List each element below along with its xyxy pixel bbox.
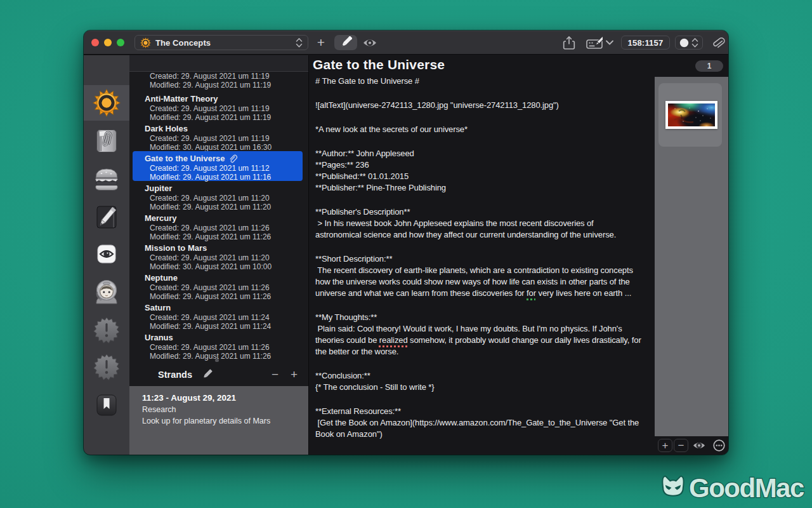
editor-paragraph: **Publisher's Description** > In his new… xyxy=(315,206,655,241)
preview-button[interactable] xyxy=(362,35,378,50)
sheet-created: Created: 29. August 2021 um 11:24 xyxy=(145,313,302,322)
sheet-row-gate-to-the-universe[interactable]: Gate to the UniverseCreated: 29. August … xyxy=(133,151,303,181)
sidebar-item-seal-exclamation-1[interactable] xyxy=(84,312,129,348)
markup-dropdown-button[interactable] xyxy=(605,35,614,50)
editor-line: theories could be realized somehow, it p… xyxy=(315,335,655,346)
zoom-in-button[interactable]: + xyxy=(658,439,672,452)
editor-line: astronomical science and how they affect… xyxy=(315,229,655,241)
sheet-row-mercury[interactable]: MercuryCreated: 29. August 2021 um 11:26… xyxy=(129,211,308,241)
editor-paragraph: **External Resources:** [Get the Book on… xyxy=(315,406,655,440)
editor-line: **Published:** 01.01.2015 xyxy=(315,171,655,182)
sidebar-item-journal-pencil[interactable] xyxy=(84,199,129,235)
sheet-created: Created: 29. August 2021 um 11:20 xyxy=(145,253,302,262)
sheet-created: Created: 29. August 2021 um 11:20 xyxy=(145,194,302,203)
sheet-modified: Modified: 30. August 2021 um 10:00 xyxy=(145,262,302,271)
sheet-title: Mission to Mars xyxy=(145,243,302,253)
zoom-out-button[interactable]: − xyxy=(674,439,688,452)
editor-paragraph: **My Thoughts:** Plain said: Cool theory… xyxy=(315,312,655,358)
attachment-thumbnail[interactable] xyxy=(665,101,717,129)
markup-keyboard-icon xyxy=(586,36,603,49)
group-selector-dropdown[interactable]: The Concepts xyxy=(134,35,308,50)
editor-line: Plain said: Cool theory! Would it work, … xyxy=(315,323,655,335)
editor-paragraph: **Conclusion:**{* The conclusion - Still… xyxy=(315,370,655,393)
traffic-light-zoom[interactable] xyxy=(117,39,124,46)
chevron-updown-icon xyxy=(296,37,303,48)
sheet-row-neptune[interactable]: NeptuneCreated: 29. August 2021 um 11:26… xyxy=(129,271,308,300)
sheet-title: Jupiter xyxy=(145,184,302,194)
app-window: The Concepts + 158:1157 xyxy=(84,30,728,455)
editor-body[interactable]: # The Gate to the Universe #![altText](u… xyxy=(315,76,655,453)
more-options-button[interactable] xyxy=(713,439,725,451)
sidebar-item-burger[interactable] xyxy=(84,162,129,197)
markup-button[interactable] xyxy=(585,35,604,50)
sidebar-item-journal-paperclip[interactable] xyxy=(84,123,129,159)
editor-line: **My Thoughts:** xyxy=(315,312,655,323)
attachments-count-badge: 1 xyxy=(695,60,723,72)
goodmac-watermark: GoodMac xyxy=(657,469,808,504)
sheet-row-saturn[interactable]: SaturnCreated: 29. August 2021 um 11:24M… xyxy=(129,300,308,330)
spelling-underlined-word: realized xyxy=(379,335,408,345)
sheet-row-jupiter[interactable]: JupiterCreated: 29. August 2021 um 11:20… xyxy=(129,181,308,211)
share-button[interactable] xyxy=(561,35,577,50)
sheet-modified: Modified: 29. August 2021 um 11:26 xyxy=(145,352,302,361)
quick-look-button[interactable] xyxy=(693,439,705,451)
attachment-card[interactable] xyxy=(658,83,722,147)
sheet-modified: Modified: 29. August 2021 um 11:24 xyxy=(145,322,302,331)
edit-mode-button[interactable] xyxy=(334,35,357,50)
sheet-created: Created: 29. August 2021 um 11:12 xyxy=(145,164,296,173)
strands-edit-icon[interactable] xyxy=(200,368,213,381)
sheet-created: Created: 29. August 2021 um 11:19 xyxy=(145,104,302,113)
attachments-toolbar-button[interactable] xyxy=(710,35,726,50)
editor-line: {* The conclusion - Still to write *} xyxy=(315,382,655,393)
sheet-modified: Modified: 29. August 2021 um 11:16 xyxy=(145,173,296,182)
editor-line: **Pages:** 236 xyxy=(315,159,655,171)
sheet-row-anti-matter-theory[interactable]: Anti-Matter TheoryCreated: 29. August 20… xyxy=(129,91,308,121)
sheet-created: Created: 29. August 2021 um 11:26 xyxy=(145,224,302,232)
traffic-light-minimize[interactable] xyxy=(104,39,112,46)
sheet-row[interactable]: Created: 29. August 2021 um 11:19Modifie… xyxy=(129,69,308,91)
window-titlebar: The Concepts + 158:1157 xyxy=(84,30,728,55)
sheet-row-uranus[interactable]: UranusCreated: 29. August 2021 um 11:26M… xyxy=(129,330,308,360)
burger-icon xyxy=(93,166,121,194)
sidebar-item-sun[interactable] xyxy=(84,85,129,121)
character-counter[interactable]: 158:1157 xyxy=(621,36,670,50)
strands-label: Strands xyxy=(158,370,192,380)
sheet-row-dark-holes[interactable]: Dark HolesCreated: 29. August 2021 um 11… xyxy=(129,121,308,151)
sidebar-item-astronaut[interactable] xyxy=(84,274,129,310)
sheet-title: Dark Holes xyxy=(145,124,302,134)
sheet-created: Created: 29. August 2021 um 11:19 xyxy=(145,72,302,81)
sheet-title: Gate to the Universe xyxy=(145,154,296,164)
add-sheet-button[interactable]: + xyxy=(313,35,329,50)
editor-bottom-bar: + − xyxy=(655,436,728,455)
bookmark-icon xyxy=(93,391,121,419)
attachments-column: 1 + − xyxy=(655,55,728,455)
paperclip-icon xyxy=(711,36,725,50)
editor-line: *A new look at the secrets of our univer… xyxy=(315,124,655,135)
sheet-modified: Modified: 29. August 2021 um 11:26 xyxy=(145,292,302,301)
sidebar-item-bookmark[interactable] xyxy=(84,387,129,423)
goodmac-cat-icon xyxy=(662,476,683,496)
editor-line: # The Gate to the Universe # xyxy=(315,76,655,87)
sheet-list: Created: 29. August 2021 um 11:19Modifie… xyxy=(129,55,308,455)
sheet-row-mission-to-mars[interactable]: Mission to MarsCreated: 29. August 2021 … xyxy=(129,241,308,271)
sheet-title: Uranus xyxy=(145,333,302,343)
strand-add-button[interactable]: + xyxy=(289,370,299,380)
strand-remove-button[interactable]: − xyxy=(270,370,280,380)
view-mode-selector[interactable] xyxy=(675,36,703,50)
sidebar-item-seal-exclamation-2[interactable] xyxy=(84,349,129,385)
editor-paragraph: **Short Description:** The recent discov… xyxy=(315,253,655,299)
editor-line: The recent discovery of earth-like plane… xyxy=(315,265,655,276)
editor-line: **Short Description:** xyxy=(315,253,655,265)
chevron-updown-icon xyxy=(691,37,698,48)
chevron-down-icon xyxy=(605,38,614,47)
journal-pencil-icon xyxy=(93,203,121,231)
nebula-image xyxy=(668,104,715,126)
sidebar-item-eye-app[interactable] xyxy=(84,236,129,272)
sheet-created: Created: 29. August 2021 um 11:19 xyxy=(145,134,302,143)
traffic-light-close[interactable] xyxy=(91,39,99,46)
add-sheet-label: + xyxy=(317,35,325,50)
sheet-modified: Modified: 29. August 2021 um 11:26 xyxy=(145,232,302,241)
sheet-modified: Modified: 29. August 2021 um 11:19 xyxy=(145,81,302,90)
sheet-created: Created: 29. August 2021 um 11:26 xyxy=(145,283,302,292)
note-panel[interactable]: 11:23 - August 29, 2021 Research Look up… xyxy=(129,386,308,455)
